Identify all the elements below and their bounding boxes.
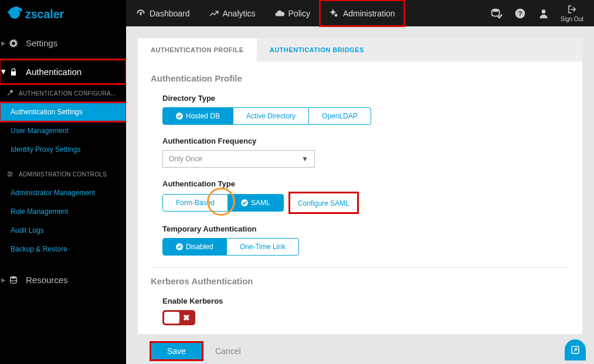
expand-icon	[570, 345, 581, 355]
section-title: Authentication Profile	[151, 73, 569, 83]
option-disabled[interactable]: Disabled	[162, 238, 227, 256]
svg-rect-12	[8, 174, 13, 175]
field-label: Authentication Type	[162, 179, 569, 188]
configure-saml-wrap: Configure SAML	[290, 193, 358, 213]
sidebar-section-header-auth: AUTHENTICATION CONFIGURA...	[0, 84, 126, 103]
analytics-icon	[209, 8, 219, 19]
field-enable-kerberos: Enable Kerberos ✖	[151, 297, 569, 326]
option-saml[interactable]: SAML	[228, 194, 284, 212]
save-wrap: Save	[151, 342, 202, 360]
signout-label: Sign Out	[561, 16, 583, 22]
wrench-icon	[6, 90, 14, 97]
check-circle-icon	[176, 113, 183, 120]
tabs: AUTHENTICATION PROFILE AUTHENTICATION BR…	[138, 38, 582, 62]
sidebar-link-backup-restore[interactable]: Backup & Restore	[0, 240, 126, 258]
option-openldap[interactable]: OpenLDAP	[309, 107, 371, 125]
save-button[interactable]: Save	[151, 342, 202, 360]
svg-point-15	[11, 174, 12, 175]
auth-frequency-select[interactable]: Only Once ▼	[162, 150, 315, 168]
nav-analytics[interactable]: Analytics	[199, 0, 265, 26]
toggle-knob	[164, 312, 179, 324]
nav-right: ? Sign Out	[490, 0, 594, 26]
tab-auth-profile[interactable]: AUTHENTICATION PROFILE	[138, 38, 257, 62]
nav-label: Administration	[343, 9, 395, 18]
field-auth-type: Authentication Type Form-Based SAML Conf…	[151, 179, 569, 213]
chevron-right-icon: ▶	[1, 40, 6, 46]
directory-type-group: Hosted DB Active Directory OpenLDAP	[162, 107, 371, 125]
dashboard-icon	[135, 8, 146, 19]
svg-text:?: ?	[518, 9, 522, 17]
nav-label: Analytics	[223, 9, 256, 18]
sidebar-group-resources[interactable]: ▶ Resources	[0, 268, 126, 292]
field-label: Authentication Frequency	[162, 137, 569, 145]
sidebar-section-label: AUTHENTICATION CONFIGURA...	[19, 90, 116, 97]
field-label: Enable Kerberos	[162, 297, 569, 305]
svg-point-14	[8, 172, 9, 173]
divider	[151, 267, 569, 268]
option-active-directory[interactable]: Active Directory	[233, 107, 309, 125]
svg-point-1	[331, 10, 335, 13]
configure-saml-link[interactable]: Configure SAML	[292, 197, 355, 210]
nav-policy[interactable]: Policy	[265, 0, 320, 26]
signout-button[interactable]: Sign Out	[561, 4, 583, 22]
sidebar-link-identity-proxy[interactable]: Identity Proxy Settings	[0, 140, 126, 159]
help-icon[interactable]: ?	[514, 7, 527, 20]
lock-icon	[8, 68, 19, 76]
sidebar-group-authentication[interactable]: ▶ Authentication	[0, 60, 126, 84]
signout-icon	[567, 4, 578, 15]
field-label: Directory Type	[162, 94, 569, 103]
sidebar-link-admin-mgmt[interactable]: Administrator Management	[0, 183, 126, 202]
sidebar-group-label: Settings	[26, 38, 57, 48]
tab-auth-bridges[interactable]: AUTHENTICATION BRIDGES	[257, 38, 377, 62]
check-circle-icon	[241, 199, 248, 206]
option-one-time-link[interactable]: One-Time Link	[227, 238, 299, 256]
svg-point-17	[11, 276, 17, 278]
x-icon: ✖	[183, 313, 194, 322]
chevron-down-icon: ▶	[1, 70, 7, 74]
kerberos-toggle[interactable]: ✖	[162, 310, 195, 325]
field-auth-frequency: Authentication Frequency Only Once ▼	[151, 137, 569, 168]
svg-point-16	[9, 175, 10, 176]
sidebar: ▶ Settings ▶ Authentication AUTHENTICATI…	[0, 26, 126, 364]
nav-administration[interactable]: Administration	[320, 0, 405, 26]
check-circle-icon	[176, 243, 183, 250]
brand-text: zscaler	[25, 7, 65, 20]
sidebar-group-label: Resources	[26, 275, 68, 285]
fab-button[interactable]	[565, 339, 586, 360]
field-temp-auth: Temporary Authentication Disabled One-Ti…	[151, 224, 569, 256]
brand-logo: zscaler	[0, 0, 126, 26]
svg-point-2	[334, 13, 337, 16]
nav-dashboard[interactable]: Dashboard	[126, 0, 199, 26]
sidebar-link-auth-settings[interactable]: Authentication Settings	[0, 103, 126, 121]
chevron-right-icon: ▶	[1, 277, 6, 283]
database-icon	[8, 275, 19, 285]
cloud-icon	[274, 8, 285, 19]
section-title-kerberos: Kerberos Authentication	[151, 276, 569, 286]
svg-rect-11	[8, 172, 13, 173]
nav-label: Dashboard	[150, 9, 190, 18]
cancel-button[interactable]: Cancel	[215, 346, 241, 356]
sidebar-group-label: Authentication	[26, 67, 82, 77]
select-value: Only Once	[169, 155, 202, 163]
option-form-based[interactable]: Form-Based	[162, 194, 228, 212]
field-label: Temporary Authentication	[162, 224, 569, 233]
sidebar-link-role-mgmt[interactable]: Role Management	[0, 202, 126, 221]
db-check-icon[interactable]	[490, 7, 503, 20]
chevron-down-icon: ▼	[301, 155, 308, 163]
field-directory-type: Directory Type Hosted DB Active Director…	[151, 94, 569, 125]
nav-items: Dashboard Analytics Policy Administratio…	[126, 0, 405, 26]
sidebar-section-label: ADMINISTRATION CONTROLS	[19, 171, 107, 178]
auth-type-group: Form-Based SAML	[162, 194, 284, 212]
sliders-icon	[6, 171, 14, 178]
svg-point-10	[542, 9, 546, 13]
panel-auth-profile: Authentication Profile Directory Type Ho…	[138, 62, 582, 334]
sidebar-link-user-management[interactable]: User Management	[0, 121, 126, 140]
footer-actions: Save Cancel	[138, 334, 582, 364]
user-icon[interactable]	[537, 7, 550, 20]
temp-auth-group: Disabled One-Time Link	[162, 238, 299, 256]
option-hosted-db[interactable]: Hosted DB	[162, 107, 233, 125]
sidebar-group-settings[interactable]: ▶ Settings	[0, 31, 126, 55]
sidebar-link-audit-logs[interactable]: Audit Logs	[0, 221, 126, 240]
gear-icon	[8, 39, 19, 48]
svg-point-7	[492, 8, 500, 12]
